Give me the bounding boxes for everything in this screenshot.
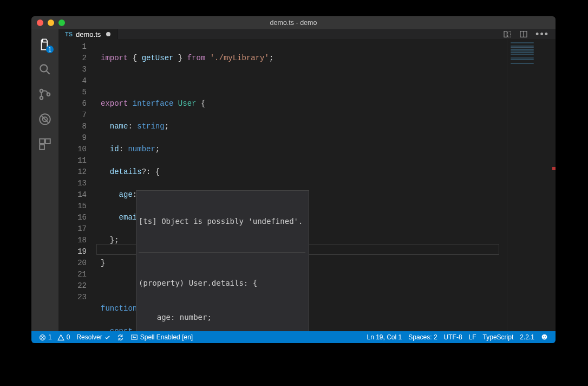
search-icon[interactable] bbox=[37, 62, 53, 77]
code-editor[interactable]: 1 2 3 4 5 6 7 8 9 10 11 12 13 14 15 16 1 bbox=[58, 39, 556, 331]
activity-bar: 1 bbox=[31, 29, 58, 331]
line-number: 22 bbox=[58, 280, 87, 292]
line-number: 4 bbox=[58, 75, 87, 87]
svg-rect-9 bbox=[504, 31, 507, 37]
explorer-icon[interactable]: 1 bbox=[37, 37, 53, 52]
status-indentation[interactable]: Spaces: 2 bbox=[405, 333, 440, 341]
titlebar: demo.ts - demo bbox=[31, 16, 556, 29]
svg-point-16 bbox=[545, 336, 545, 337]
app-window: demo.ts - demo 1 T bbox=[31, 16, 556, 343]
status-error-count: 1 bbox=[48, 333, 52, 341]
line-number: 3 bbox=[58, 64, 87, 75]
hover-signature-line: age: number; bbox=[139, 312, 305, 323]
svg-rect-13 bbox=[131, 335, 137, 339]
split-editor-icon[interactable] bbox=[519, 30, 528, 38]
status-language-mode[interactable]: TypeScript bbox=[480, 333, 517, 341]
line-number: 23 bbox=[58, 292, 87, 303]
line-number: 2 bbox=[58, 53, 87, 64]
more-actions-icon[interactable]: ••• bbox=[535, 29, 549, 39]
line-number: 10 bbox=[58, 144, 87, 155]
line-number: 9 bbox=[58, 132, 87, 144]
line-number: 12 bbox=[58, 166, 87, 178]
hover-signature-line: (property) User.details: { bbox=[139, 278, 305, 289]
status-resolver[interactable]: Resolver bbox=[73, 331, 113, 343]
line-number: 17 bbox=[58, 223, 87, 235]
line-number: 15 bbox=[58, 201, 87, 212]
main-area: 1 TS demo.ts bbox=[31, 29, 556, 331]
extensions-icon[interactable] bbox=[37, 137, 53, 152]
status-spell[interactable]: Spell Enabled [en] bbox=[127, 331, 196, 343]
line-number: 19 bbox=[58, 246, 87, 258]
status-warning-count: 0 bbox=[67, 333, 70, 341]
tab-actions: ••• bbox=[503, 29, 556, 39]
line-number: 14 bbox=[58, 189, 87, 201]
svg-point-0 bbox=[40, 65, 47, 72]
line-number: 6 bbox=[58, 98, 87, 110]
window-title: demo.ts - demo bbox=[31, 19, 556, 27]
line-number: 13 bbox=[58, 178, 87, 189]
line-number: 8 bbox=[58, 121, 87, 132]
svg-point-1 bbox=[40, 89, 43, 92]
line-number: 11 bbox=[58, 155, 87, 166]
status-version[interactable]: 2.2.1 bbox=[517, 333, 538, 341]
tab-bar: TS demo.ts ••• bbox=[58, 29, 556, 39]
svg-rect-6 bbox=[40, 139, 44, 144]
svg-rect-10 bbox=[508, 31, 511, 37]
hover-divider bbox=[139, 252, 305, 253]
compare-changes-icon[interactable] bbox=[503, 30, 512, 38]
status-cursor-position[interactable]: Ln 19, Col 1 bbox=[363, 333, 405, 341]
tab-filename: demo.ts bbox=[76, 30, 101, 38]
svg-point-14 bbox=[542, 334, 547, 340]
tab-language-badge: TS bbox=[65, 31, 73, 37]
tab-dirty-indicator-icon bbox=[106, 32, 110, 36]
code-content[interactable]: import { getUser } from './myLibrary'; e… bbox=[96, 39, 507, 331]
svg-point-2 bbox=[40, 97, 43, 99]
line-number: 20 bbox=[58, 258, 87, 269]
line-number: 21 bbox=[58, 269, 87, 280]
explorer-badge: 1 bbox=[46, 46, 54, 53]
status-feedback-icon[interactable] bbox=[538, 333, 551, 340]
line-number-gutter: 1 2 3 4 5 6 7 8 9 10 11 12 13 14 15 16 1 bbox=[58, 39, 96, 331]
editor-area: TS demo.ts ••• 1 2 bbox=[58, 29, 556, 331]
svg-rect-7 bbox=[45, 139, 50, 144]
source-control-icon[interactable] bbox=[37, 87, 53, 102]
status-encoding[interactable]: UTF-8 bbox=[441, 333, 466, 341]
status-bar: 1 0 Resolver Spell Enabled [en] Ln 19, C… bbox=[31, 331, 556, 343]
tab-demo-ts[interactable]: TS demo.ts bbox=[58, 29, 117, 39]
line-number: 7 bbox=[58, 110, 87, 121]
line-number: 16 bbox=[58, 212, 87, 223]
svg-point-15 bbox=[543, 336, 544, 337]
status-eol[interactable]: LF bbox=[466, 333, 480, 341]
status-problems[interactable]: 1 0 bbox=[36, 331, 73, 343]
svg-rect-8 bbox=[40, 145, 44, 150]
debug-icon[interactable] bbox=[37, 112, 53, 127]
svg-point-3 bbox=[47, 93, 50, 95]
status-sync-icon[interactable] bbox=[114, 331, 127, 343]
line-number: 1 bbox=[58, 41, 87, 53]
editor-hover-tooltip: [ts] Object is possibly 'undefined'. (pr… bbox=[136, 190, 309, 331]
hover-error-message: [ts] Object is possibly 'undefined'. bbox=[139, 216, 305, 227]
line-number: 5 bbox=[58, 87, 87, 98]
minimap[interactable] bbox=[507, 39, 556, 331]
line-number: 18 bbox=[58, 235, 87, 246]
